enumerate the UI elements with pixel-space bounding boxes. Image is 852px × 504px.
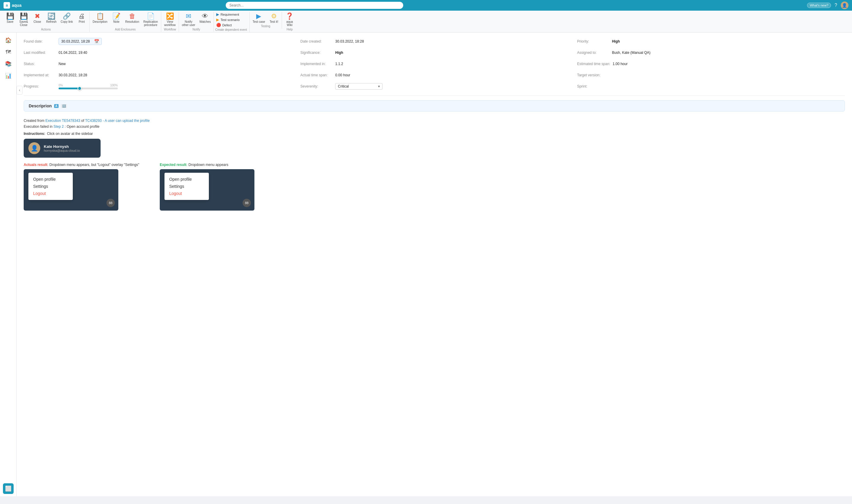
watches-button[interactable]: 👁 Watches [198,12,213,28]
test-scenario-item[interactable]: ▶ Test scenario [215,17,247,22]
sidebar-item-map[interactable]: 🗺 [3,47,14,57]
resolution-button[interactable]: 🗑 Resolution [123,12,141,28]
status-value: New [58,62,66,66]
add-enclosures-label: Add Enclosures [91,28,160,32]
implemented-at-row: Implemented at: 30.03.2022, 18:28 [24,71,291,79]
search-input[interactable] [226,2,403,9]
description-badge2: 🔡 [61,104,67,108]
close-label: Close [33,20,41,23]
expected-badge: 88 [242,199,251,207]
create-dep-items: ▶ Requirement ▶ Test scenario 🔴 Defect [215,12,247,28]
test-it-button[interactable]: ⚙ Test it! [268,12,280,24]
main-layout: ‹ 🏠 🗺 📚 📊 ⬜ Found date: 30.03.2022, 18:2… [0,33,852,496]
test-case-button[interactable]: ▶ Test case [251,12,267,24]
description-label: Description [93,20,107,23]
user-avatar: 👤 [29,142,40,154]
watches-label: Watches [199,20,211,23]
testing-buttons: ▶ Test case ⚙ Test it! [251,12,280,24]
actuals-label: Actuals result: [24,163,48,167]
description-icon: 📋 [96,13,104,19]
expected-menu-open-profile: Open profile [169,176,204,183]
assigned-to-value: Bush, Kate (Manual QA) [612,51,651,55]
close-button[interactable]: ✖ Close [31,12,44,28]
user-card: 👤 Kate Hornysh hornyska@aqua-cloud.io [24,139,101,158]
copy-link-button[interactable]: 🔗 Copy link [59,12,75,28]
chevron-down-icon: ▾ [378,84,380,88]
actuals-menu-settings: Settings [33,183,68,190]
requirement-item[interactable]: ▶ Requirement [215,12,247,17]
severenity-row: Severenity: Critical ▾ [300,82,568,90]
last-modified-label: Last modified: [24,51,56,55]
collapse-button[interactable]: ‹ [17,86,22,95]
severenity-label: Severenity: [300,84,333,88]
calendar-icon[interactable]: 📅 [94,39,99,44]
actuals-header: Actuals result: Dropdown menu appears, b… [24,162,148,167]
avatar[interactable]: 👤 [841,1,849,9]
assigned-to-row: Assigned to: Bush, Kate (Manual QA) [577,49,845,57]
step-link[interactable]: Step 2 [54,125,64,129]
progress-track[interactable] [58,88,118,89]
sidebar-bottom-icon[interactable]: ⬜ [3,483,14,494]
collapse-icon: ‹ [19,88,20,92]
save-close-icon: 💾 [20,13,28,19]
workflow-buttons: 🔀 Viewworkflow [162,12,178,28]
sidebar-item-chart[interactable]: 📊 [3,70,14,81]
actuals-text: Dropdown menu appears, but "Logout" over… [49,163,139,167]
refresh-icon: 🔄 [47,13,55,19]
implemented-in-row: Implemented in: 1.1.2 [300,60,568,68]
form-col-1: Found date: 30.03.2022, 18:28 📅 Last mod… [24,37,291,90]
workflow-label: Workflow [162,28,178,32]
help-label: Help [283,28,296,32]
actuals-menu: Open profile Settings Logout [29,173,73,200]
description-button[interactable]: 📋 Description [91,12,109,28]
wiki-button[interactable]: ❓ aquaWiki [283,12,296,28]
note-button[interactable]: 📝 Note [110,12,123,28]
expected-menu-logout: Logout [169,190,204,197]
replication-button[interactable]: 📄 Replicationprecedure [141,12,160,28]
add-enclosures-group: 📋 Description 📝 Note 🗑 Resolution 📄 Repl… [90,12,161,32]
status-label: Status: [24,62,56,66]
date-created-label: Date created: [300,39,333,43]
refresh-button[interactable]: 🔄 Refresh [44,12,58,28]
test-scenario-label: Test scenario [220,18,240,22]
actions-buttons: 💾 Save 💾 Save&Close ✖ Close 🔄 Refresh 🔗 … [3,12,88,28]
view-workflow-button[interactable]: 🔀 Viewworkflow [162,12,178,28]
sidebar-item-home[interactable]: 🏠 [3,35,14,46]
test-case-icon: ▶ [256,13,261,19]
priority-label: Priority: [577,39,610,43]
tc-link[interactable]: TC438293 - A user can upload the profile [85,119,150,123]
whats-new-button[interactable]: What's new? [807,3,831,8]
sprint-row: Sprint: [577,82,845,90]
expected-label: Expected result: [160,163,187,167]
print-button[interactable]: 🖨 Print [75,12,88,28]
found-date-value: 30.03.2022, 18:28 [61,39,90,43]
defect-item[interactable]: 🔴 Defect [215,22,247,28]
print-icon: 🖨 [78,13,85,19]
user-info: Kate Hornysh hornyska@aqua-cloud.io [44,144,80,152]
note-icon: 📝 [112,13,121,19]
severenity-select[interactable]: Critical ▾ [335,83,382,90]
sprint-label: Sprint: [577,84,610,88]
copy-link-label: Copy link [61,20,73,23]
help-icon[interactable]: ? [835,3,837,8]
actuals-screenshot: Open profile Settings Logout 88 [24,169,118,211]
search-bar[interactable] [226,2,403,9]
progress-100: 100% [110,84,118,87]
created-from-label: Created from [24,119,44,123]
sidebar-item-layers[interactable]: 📚 [3,58,14,69]
progress-thumb[interactable] [77,86,81,90]
found-date-input[interactable]: 30.03.2022, 18:28 📅 [58,38,102,45]
execution-link[interactable]: Execution TE5478343 [45,119,80,123]
notify-other-user-button[interactable]: ✉ Notifyother user [180,12,197,28]
target-version-row: Target version: [577,71,845,79]
expected-menu-settings: Settings [169,183,204,190]
save-close-button[interactable]: 💾 Save&Close [17,12,30,28]
significance-value: High [335,51,343,55]
expected-header: Expected result: Dropdown menu appears [160,162,284,167]
instructions-row: Instructions: Click on avatar at the sid… [24,132,845,136]
wiki-icon: ❓ [286,13,293,19]
save-button[interactable]: 💾 Save [3,12,17,28]
last-modified-row: Last modified: 01.04.2022, 19:40 [24,49,291,57]
view-workflow-label: Viewworkflow [164,20,176,26]
watches-icon: 👁 [202,13,208,19]
